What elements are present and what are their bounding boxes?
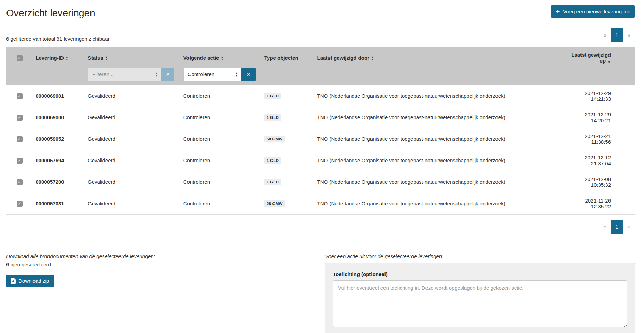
volgende-actie-cell: Controleren xyxy=(181,128,262,150)
status-filter-placeholder: Filteren... xyxy=(92,71,114,77)
gewijzigd-door-cell: TNO (Nederlandse Organisatie voor toegep… xyxy=(314,107,563,128)
leveringen-table: Levering-ID Status Volgende actie Type o… xyxy=(6,47,635,215)
gewijzigd-door-cell: TNO (Nederlandse Organisatie voor toegep… xyxy=(314,85,563,107)
column-header-levering-id[interactable]: Levering-ID xyxy=(33,47,85,66)
pagination-next-button[interactable]: » xyxy=(623,220,635,234)
table-row: 0000059052 Gevalideerd Controleren 58 GM… xyxy=(6,128,635,150)
column-header-laatst-gewijzigd-door[interactable]: Laatst gewijzigd door xyxy=(314,47,563,66)
row-checkbox[interactable] xyxy=(17,93,23,99)
select-caret-icon xyxy=(155,72,158,77)
select-all-checkbox[interactable] xyxy=(17,55,23,61)
gewijzigd-op-cell: 2021-11-26 12:35:22 xyxy=(563,193,635,214)
select-caret-icon xyxy=(235,72,238,77)
row-checkbox[interactable] xyxy=(17,136,23,142)
table-row: 0000057200 Gevalideerd Controleren 1 GLD… xyxy=(6,171,635,193)
gewijzigd-door-cell: TNO (Nederlandse Organisatie voor toegep… xyxy=(314,150,563,171)
download-section: Download alle brondocumenten van de gese… xyxy=(6,253,295,287)
table-header-row: Levering-ID Status Volgende actie Type o… xyxy=(6,47,635,66)
levering-id-cell: 0000059052 xyxy=(33,128,85,150)
pagination-page-1-button[interactable]: 1 xyxy=(611,28,623,42)
levering-id-cell: 0000069001 xyxy=(33,85,85,107)
table-row: 0000069001 Gevalideerd Controleren 1 GLD… xyxy=(6,85,635,107)
type-objecten-badge: 1 GLD xyxy=(264,114,281,121)
status-cell: Gevalideerd xyxy=(85,85,181,107)
pagination-top: « 1 » xyxy=(599,28,635,42)
volgende-actie-filter-clear-button[interactable]: ✕ xyxy=(241,68,256,81)
plus-icon: + xyxy=(556,9,560,14)
status-cell: Gevalideerd xyxy=(85,171,181,193)
page-header: Overzicht leveringen + Voeg een nieuwe l… xyxy=(6,5,635,19)
action-section: Voer een actie uit voor de geselecteerde… xyxy=(325,253,635,333)
sort-descending-icon xyxy=(607,58,611,64)
pagination-bottom-row: « 1 » xyxy=(6,220,635,234)
gewijzigd-door-cell: TNO (Nederlandse Organisatie voor toegep… xyxy=(314,193,563,214)
sort-icon xyxy=(105,56,108,61)
volgende-actie-cell: Controleren xyxy=(181,107,262,128)
gewijzigd-op-cell: 2021-12-12 21:37:04 xyxy=(563,150,635,171)
levering-id-cell: 0000069000 xyxy=(33,107,85,128)
filter-summary: 6 gefilterde van totaal 81 leveringen zi… xyxy=(6,36,110,42)
download-zip-button[interactable]: Download zip xyxy=(6,275,54,287)
type-objecten-badge: 58 GMW xyxy=(264,136,285,142)
gewijzigd-door-cell: TNO (Nederlandse Organisatie voor toegep… xyxy=(314,128,563,150)
sort-icon xyxy=(66,56,68,61)
type-objecten-badge: 1 GLD xyxy=(264,179,281,185)
volgende-actie-cell: Controleren xyxy=(181,150,262,171)
toelichting-label: Toelichting (optioneel) xyxy=(333,271,627,277)
type-objecten-badge: 28 GMW xyxy=(264,200,285,207)
pagination-prev-button[interactable]: « xyxy=(599,220,611,234)
status-filter-clear-button[interactable]: ✕ xyxy=(161,68,174,81)
status-cell: Gevalideerd xyxy=(85,128,181,150)
add-delivery-button[interactable]: + Voeg een nieuwe levering toe xyxy=(551,5,635,18)
status-filter-select[interactable]: Filteren... xyxy=(88,68,161,81)
row-checkbox[interactable] xyxy=(17,179,23,185)
sort-icon xyxy=(221,56,223,61)
toelichting-textarea[interactable] xyxy=(333,280,627,327)
bottom-section: Download alle brondocumenten van de gese… xyxy=(6,253,635,333)
toolbar-row: 6 gefilterde van totaal 81 leveringen zi… xyxy=(6,28,635,42)
pagination-prev-button[interactable]: « xyxy=(599,28,611,42)
column-header-status[interactable]: Status xyxy=(85,47,181,66)
table-filter-row: Filteren... ✕ Controleren ✕ xyxy=(6,66,635,85)
volgende-actie-cell: Controleren xyxy=(181,193,262,214)
row-checkbox[interactable] xyxy=(17,201,23,207)
column-header-type-objecten: Type objecten xyxy=(262,47,314,66)
row-checkbox[interactable] xyxy=(17,158,23,164)
pagination-page-1-button[interactable]: 1 xyxy=(611,220,623,234)
levering-id-cell: 0000057200 xyxy=(33,171,85,193)
pagination-next-button[interactable]: » xyxy=(623,28,635,42)
gewijzigd-op-cell: 2021-12-08 10:35:32 xyxy=(563,171,635,193)
type-objecten-badge: 1 GLD xyxy=(264,157,281,164)
type-objecten-badge: 1 GLD xyxy=(264,93,281,99)
add-delivery-button-label: Voeg een nieuwe levering toe xyxy=(563,9,630,15)
file-download-icon xyxy=(11,278,16,284)
status-cell: Gevalideerd xyxy=(85,150,181,171)
table-row: 0000057031 Gevalideerd Controleren 28 GM… xyxy=(6,193,635,214)
download-heading: Download alle brondocumenten van de gese… xyxy=(6,253,295,259)
gewijzigd-op-cell: 2021-12-29 14:20:21 xyxy=(563,107,635,128)
status-cell: Gevalideerd xyxy=(85,107,181,128)
row-checkbox[interactable] xyxy=(17,115,23,121)
gewijzigd-op-cell: 2021-12-21 11:38:56 xyxy=(563,128,635,150)
volgende-actie-cell: Controleren xyxy=(181,85,262,107)
gewijzigd-op-cell: 2021-12-29 14:21:33 xyxy=(563,85,635,107)
table-row: 0000057694 Gevalideerd Controleren 1 GLD… xyxy=(6,150,635,171)
volgende-actie-cell: Controleren xyxy=(181,171,262,193)
status-cell: Gevalideerd xyxy=(85,193,181,214)
volgende-actie-filter-select[interactable]: Controleren xyxy=(183,68,241,81)
selected-rows-count: 6 rijen geselecteerd. xyxy=(6,262,295,267)
page-title: Overzicht leveringen xyxy=(6,8,95,19)
download-zip-button-label: Download zip xyxy=(18,278,49,284)
column-header-laatst-gewijzigd-op[interactable]: Laatst gewijzigd op xyxy=(563,47,635,66)
gewijzigd-door-cell: TNO (Nederlandse Organisatie voor toegep… xyxy=(314,171,563,193)
sort-icon xyxy=(371,56,374,61)
volgende-actie-filter-value: Controleren xyxy=(188,71,214,77)
action-heading: Voer een actie uit voor de geselecteerde… xyxy=(325,253,635,259)
pagination-bottom: « 1 » xyxy=(599,220,635,234)
action-panel: Toelichting (optioneel) Goedkeuren Bevri… xyxy=(325,263,635,333)
column-header-volgende-actie[interactable]: Volgende actie xyxy=(181,47,262,66)
levering-id-cell: 0000057031 xyxy=(33,193,85,214)
table-row: 0000069000 Gevalideerd Controleren 1 GLD… xyxy=(6,107,635,128)
overzicht-leveringen-page: Overzicht leveringen + Voeg een nieuwe l… xyxy=(0,0,644,333)
levering-id-cell: 0000057694 xyxy=(33,150,85,171)
